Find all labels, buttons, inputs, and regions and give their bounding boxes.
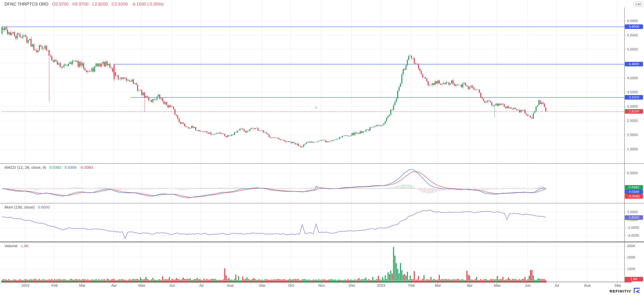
macd-value-hist: 0.0392 [49,165,61,170]
price-level-badge: 5.8000 [625,24,643,29]
chart-window: DFNC THRPTCS ORDO2.9700H2.9700L2.8200C2.… [0,0,644,295]
quote-high: H2.9700 [72,2,89,7]
volume-axis-label: 100K [627,267,635,271]
mom-panel-label: Mom (130, close)0.6000 [5,205,50,209]
chart-title-row: DFNC THRPTCS ORDO2.9700H2.9700L2.8200C2.… [5,2,167,7]
volume-axis-label: 200K [627,255,635,259]
symbol-name: DFNC THRPTCS ORD [5,2,48,7]
price-level-badge: 3.3200 [625,95,643,100]
price-axis-label: 2.0000 [627,133,638,137]
macd-value-signal: -0.0083 [80,165,93,170]
refinitiv-logo-icon [633,287,640,294]
macd-value-badge: -0.0083 [625,194,643,199]
macd-value-line: 0.0309 [65,165,76,170]
price-axis-label: 5.0000 [627,47,638,51]
macd-panel-label: MACD (12, 26, close, 9)0.03920.0309-0.00… [5,165,93,170]
chart-canvas[interactable] [0,0,644,295]
price-axis-label: 3.0000 [627,104,638,108]
volume-label-text: Volume [5,244,18,248]
price-axis-label: 1.5000 [627,147,638,151]
mom-axis-label: 2.0000 [627,210,638,214]
price-axis-label: 4.0000 [627,76,638,80]
refinitiv-brand-text: REFINITIV [610,289,631,293]
price-level-badge: 2.8200 [625,109,643,114]
mom-axis-label: -4.0000 [627,233,639,237]
price-level-badge: 4.4800 [625,62,643,66]
mom-value-badge: 0.6000 [625,215,643,220]
quote-change: -0.1500 (-5.05%) [132,2,164,7]
macd-axis-label: 0.5000 [627,171,638,175]
volume-value-badge: 1.6K [625,277,643,281]
mom-axis-label: -2.0000 [627,226,639,230]
macd-value-badge: 0.0309 [625,190,643,194]
mom-label-text: Mom (130, close) [5,205,35,209]
quote-low: L2.8200 [92,2,108,7]
volume-axis-label: 300K [627,244,635,248]
price-axis-label: 3.5000 [627,90,638,94]
quote-open: O2.9700 [52,2,68,7]
macd-label-text: MACD (12, 26, close, 9) [5,165,46,170]
price-axis-label: 2.5000 [627,119,638,123]
volume-value: 1.6K [21,244,29,248]
price-axis-label: 5.5000 [627,33,638,37]
volume-panel-label: Volume1.6K [5,244,29,248]
footer-bar: REFINITIV [0,287,644,295]
quote-close: C2.8200 [111,2,128,7]
currency-badge[interactable]: CAD [634,2,643,7]
macd-value-badge: 0.0392 [625,185,643,190]
price-axis-label: 6.0000 [627,19,638,23]
mom-value: 0.6000 [38,205,50,209]
